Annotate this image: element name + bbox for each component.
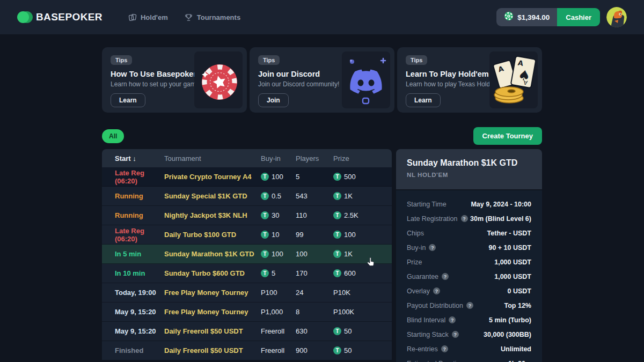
players-cell: 170	[296, 269, 333, 277]
players-cell: 543	[296, 192, 333, 200]
detail-label: Overlay	[407, 287, 430, 295]
detail-row: Buy-in? 90 + 10 USDT	[407, 240, 531, 255]
detail-label: Re-entries	[407, 345, 438, 353]
basepoker-lobby: BASEPOKER Hold'em	[0, 0, 644, 362]
help-icon[interactable]: ?	[429, 244, 436, 251]
tournament-row[interactable]: Late Reg (06:20) Daily Turbo $100 GTD T1…	[102, 225, 392, 245]
help-icon[interactable]: ?	[449, 316, 456, 323]
help-icon[interactable]: ?	[466, 302, 473, 309]
tether-icon: T	[261, 173, 269, 181]
prize-cell: T500	[333, 173, 379, 181]
detail-row: Starting Time? May 9, 2024 - 10:00	[407, 197, 531, 211]
details-game-type: NL HOLD'EM	[407, 172, 531, 178]
cashier-button[interactable]: Cashier	[557, 8, 600, 26]
tournament-row[interactable]: Today, 19:00 Free Play Money Tourney TP1…	[102, 283, 392, 302]
tournament-row[interactable]: In 10 min Sunday Turbo $600 GTD T5 170 T…	[102, 264, 392, 283]
detail-row: Overlay? 0 USDT	[407, 284, 531, 298]
tournament-row[interactable]: Running Sunday Special $1K GTD T0.5 543 …	[102, 187, 392, 206]
column-header-buyin[interactable]: Buy-in	[261, 154, 296, 162]
tournament-row[interactable]: Running Nightly Jackpot $3K NLH T30 110 …	[102, 206, 392, 225]
detail-value: Top 12%	[504, 302, 531, 309]
filter-all-button[interactable]: All	[102, 129, 124, 143]
buyin-cell: T0.5	[261, 192, 296, 200]
learn-button[interactable]: Learn	[111, 93, 145, 107]
tournament-table-body: Late Reg (06:20) Private Crypto Tourney …	[102, 167, 392, 360]
detail-value: 30m (Blind Level 6)	[470, 215, 531, 223]
balance-display[interactable]: $1,394.00	[496, 8, 557, 26]
help-icon[interactable]: ?	[452, 331, 459, 338]
learn-button[interactable]: Learn	[406, 93, 441, 107]
tournament-row[interactable]: May 9, 15:20 Free Play Money Tourney TP1…	[102, 302, 392, 322]
detail-label: Estimated Duration	[407, 360, 464, 362]
column-header-prize[interactable]: Prize	[333, 154, 379, 162]
main-nav: Hold'em Tournaments	[128, 13, 240, 22]
players-cell: 99	[296, 231, 333, 239]
detail-label: Prize	[407, 258, 422, 266]
join-button[interactable]: Join	[258, 93, 289, 107]
help-icon[interactable]: ?	[433, 287, 440, 294]
help-icon[interactable]: ?	[441, 345, 448, 352]
detail-row: Prize? 1,000 USDT	[407, 255, 531, 269]
prize-cell: T2.5K	[333, 211, 379, 219]
start-cell: Running	[102, 211, 164, 219]
tether-icon: T	[333, 269, 341, 277]
tournament-name-cell: Daily Freeroll $50 USDT	[164, 327, 261, 335]
buyin-cell: T100	[261, 250, 296, 258]
tips-badge: Tips	[258, 55, 280, 65]
detail-value: 30,000 (300BB)	[484, 331, 531, 338]
detail-label: Payout Distribution	[407, 302, 463, 309]
nav-item-holdem[interactable]: Hold'em	[128, 13, 168, 22]
players-cell: 900	[296, 346, 333, 354]
detail-label: Chips	[407, 230, 424, 237]
column-header-tournament[interactable]: Tournament	[164, 154, 261, 162]
tips-badge: Tips	[406, 55, 427, 65]
tournament-row[interactable]: Late Reg (06:20) Private Crypto Tourney …	[102, 167, 392, 187]
prize-cell: T100	[333, 231, 379, 239]
buyin-cell: T30	[261, 211, 296, 219]
detail-label: Late Registration	[407, 215, 458, 223]
user-avatar[interactable]	[606, 7, 627, 27]
prize-cell: TP10K	[333, 289, 379, 297]
help-icon[interactable]: ?	[442, 273, 449, 280]
nav-item-tournaments[interactable]: Tournaments	[184, 13, 240, 22]
help-icon[interactable]: ?	[461, 215, 468, 222]
buyin-cell: TP1,000	[261, 308, 296, 316]
poker-chip-illustration	[194, 51, 243, 108]
detail-label: Starting Time	[407, 201, 447, 208]
players-cell: 100	[296, 250, 333, 258]
tournament-row[interactable]: May 9, 15:20 Daily Freeroll $50 USDT TFr…	[102, 322, 392, 341]
detail-value: May 9, 2024 - 10:00	[471, 201, 531, 208]
tournament-name-cell: Nightly Jackpot $3K NLH	[164, 211, 261, 219]
detail-label: Starting Stack	[407, 331, 449, 338]
detail-row: Re-entries? Unlimited	[407, 342, 531, 356]
detail-row: Late Registration? 30m (Blind Level 6)	[407, 211, 531, 226]
tournament-row[interactable]: In 5 min Sunday Marathon $1K GTD T100 10…	[102, 245, 392, 264]
tips-badge: Tips	[111, 55, 132, 65]
detail-value: 5 min (Turbo)	[489, 316, 531, 324]
details-header: Sunday Marathon $1K GTD NL HOLD'EM	[396, 149, 542, 189]
start-cell: May 9, 15:20	[102, 327, 164, 335]
tournament-name-cell: Daily Freeroll $50 USDT	[164, 346, 261, 354]
detail-label: Blind Interval	[407, 316, 445, 324]
players-cell: 630	[296, 327, 333, 335]
detail-value: 1h 30m	[508, 360, 531, 362]
prize-cell: T50	[333, 327, 379, 335]
tether-icon: T	[333, 327, 341, 335]
prize-cell: T1K	[333, 250, 379, 258]
create-tourney-button[interactable]: Create Tourney	[473, 127, 542, 145]
basepoker-logo[interactable]: BASEPOKER	[17, 10, 103, 24]
detail-value: 1,000 USDT	[494, 273, 531, 280]
tournament-row[interactable]: Finished Daily Freeroll $50 USDT TFreero…	[102, 341, 392, 360]
prize-cell: T50	[333, 346, 379, 354]
table-header-row: Start ↓ Tournament Buy-in Players Prize	[102, 149, 392, 167]
tether-icon: T	[261, 231, 269, 239]
detail-value: 0 USDT	[508, 287, 531, 295]
column-header-start[interactable]: Start ↓	[102, 154, 164, 162]
tether-icon: T	[333, 250, 341, 258]
tether-icon: T	[261, 269, 269, 277]
column-header-players[interactable]: Players	[296, 154, 333, 162]
start-cell: Late Reg (06:20)	[102, 169, 164, 185]
sort-desc-icon: ↓	[133, 154, 136, 162]
basepoker-logo-icon	[17, 10, 31, 24]
buyin-cell: TFreeroll	[261, 327, 296, 335]
